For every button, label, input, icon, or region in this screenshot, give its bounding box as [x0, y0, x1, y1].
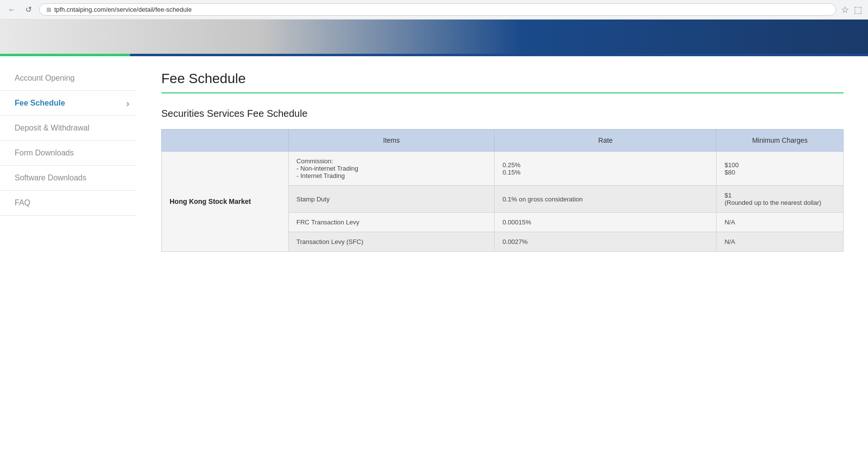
- table-header-items: Items: [288, 130, 495, 152]
- table-row: Hong Kong Stock MarketCommission: - Non-…: [162, 152, 844, 186]
- url-bar[interactable]: ⊞ tpfh.cntaiping.com/en/service/detail/f…: [39, 3, 836, 16]
- main-content: Fee Schedule Securities Services Fee Sch…: [137, 56, 868, 461]
- min-charges-cell: N/A: [716, 213, 844, 232]
- sidebar-item-account-opening[interactable]: Account Opening: [0, 66, 137, 91]
- table-header-category: [162, 130, 289, 152]
- rate-cell: 0.1% on gross consideration: [495, 186, 716, 213]
- sidebar-item-fee-schedule[interactable]: Fee Schedule: [0, 91, 137, 116]
- fee-schedule-table: Items Rate Minimum Charges Hong Kong Sto…: [161, 129, 844, 252]
- table-header-rate: Rate: [495, 130, 716, 152]
- sidebar: Account Opening Fee Schedule Deposit & W…: [0, 56, 137, 461]
- page-title: Fee Schedule: [161, 71, 844, 93]
- sidebar-item-deposit-withdrawal[interactable]: Deposit & Withdrawal: [0, 116, 137, 141]
- table-header-min-charges: Minimum Charges: [716, 130, 844, 152]
- star-icon[interactable]: ☆: [841, 4, 849, 15]
- sidebar-item-faq[interactable]: FAQ: [0, 191, 137, 216]
- header-banner: [0, 20, 868, 56]
- section-title: Securities Services Fee Schedule: [161, 108, 844, 119]
- sidebar-item-form-downloads[interactable]: Form Downloads: [0, 141, 137, 166]
- item-cell: Transaction Levy (SFC): [288, 232, 495, 252]
- min-charges-cell: $100 $80: [716, 152, 844, 186]
- browser-actions: ☆ ⬚: [841, 4, 862, 15]
- extension-icon[interactable]: ⬚: [854, 4, 862, 15]
- rate-cell: 0.00015%: [495, 213, 716, 232]
- item-cell: Commission: - Non-internet Trading - Int…: [288, 152, 495, 186]
- category-cell: Hong Kong Stock Market: [162, 152, 289, 252]
- url-tab-icon: ⊞: [46, 6, 51, 13]
- refresh-button[interactable]: ↺: [22, 4, 34, 16]
- rate-cell: 0.25% 0.15%: [495, 152, 716, 186]
- browser-chrome: ← ↺ ⊞ tpfh.cntaiping.com/en/service/deta…: [0, 0, 868, 20]
- min-charges-cell: N/A: [716, 232, 844, 252]
- rate-cell: 0.0027%: [495, 232, 716, 252]
- url-text: tpfh.cntaiping.com/en/service/detail/fee…: [54, 6, 192, 13]
- item-cell: Stamp Duty: [288, 186, 495, 213]
- item-cell: FRC Transaction Levy: [288, 213, 495, 232]
- min-charges-cell: $1 (Rounded up to the nearest dollar): [716, 186, 844, 213]
- sidebar-item-software-downloads[interactable]: Software Downloads: [0, 166, 137, 191]
- back-button[interactable]: ←: [6, 4, 18, 16]
- main-layout: Account Opening Fee Schedule Deposit & W…: [0, 56, 868, 461]
